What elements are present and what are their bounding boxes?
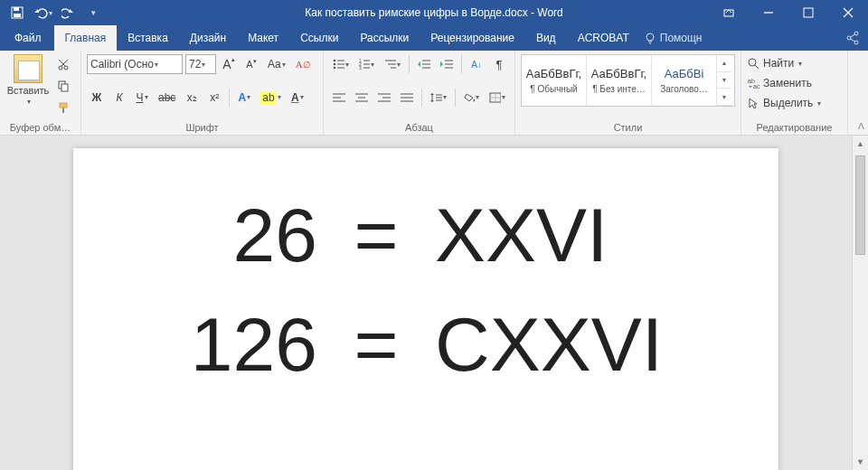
find-label: Найти [763,57,794,70]
style-normal-sample: АаБбВвГг, [526,67,581,80]
lightbulb-icon [644,32,656,44]
doc-r2-rom: CXXVI [435,301,724,389]
font-color-button[interactable]: A▾ [288,88,307,108]
scroll-thumb[interactable] [855,155,865,255]
bold-label: Ж [92,91,102,104]
increase-indent-button[interactable] [437,54,457,74]
bold-button[interactable]: Ж [87,88,107,108]
svg-line-15 [851,39,855,42]
style-normal-name: ¶ Обычный [530,84,577,94]
underline-button[interactable]: Ч▾ [132,88,152,108]
collapse-ribbon-button[interactable]: ᐱ [858,121,864,131]
align-left-icon [333,92,345,103]
paste-icon [14,54,42,83]
find-button[interactable]: Найти▾ [747,54,842,72]
group-paragraph-label: Абзац [329,120,509,133]
format-painter-button[interactable] [53,98,73,118]
style-no-spacing[interactable]: АаБбВвГг, ¶ Без инте… [587,55,652,106]
bucket-icon [464,92,476,103]
show-marks-button[interactable]: ¶ [489,54,509,74]
font-name-select[interactable]: Calibri (Осно▾ [87,54,183,74]
shrink-font-button[interactable]: A▾ [241,54,261,74]
change-case-button[interactable]: Aa▾ [264,54,289,74]
share-button[interactable] [844,25,861,51]
grow-font-button[interactable]: A▴ [219,54,239,74]
scroll-up-button[interactable]: ▲ [853,136,868,152]
tell-me[interactable]: Помощн [644,25,703,51]
shading-button[interactable]: ▾ [460,88,484,108]
align-center-button[interactable] [352,88,372,108]
group-clipboard-label: Буфер обм… [5,120,75,133]
superscript-label: x² [210,91,219,104]
paste-button[interactable]: Вставить ▾ [5,54,51,116]
svg-point-61 [473,99,475,101]
svg-point-16 [59,66,62,70]
svg-rect-23 [62,108,64,113]
bullets-button[interactable]: ▾ [329,54,353,74]
change-case-label: Aa [268,58,281,70]
doc-r1-num: 26 [137,192,317,279]
undo-button[interactable]: ▾ [31,2,54,24]
tab-design[interactable]: Дизайн [179,25,237,51]
tab-review[interactable]: Рецензирование [420,25,525,51]
scroll-track[interactable] [853,152,868,454]
highlight-button[interactable]: ab▾ [257,88,284,108]
sort-button[interactable]: A↓ [467,54,486,74]
decrease-indent-button[interactable] [414,54,434,74]
tab-home[interactable]: Главная [54,25,118,51]
superscript-button[interactable]: x² [204,88,224,108]
multilevel-list-button[interactable]: ▾ [381,54,404,74]
doc-r1-rom: XXVI [435,192,724,279]
style-normal[interactable]: АаБбВвГг, ¶ Обычный [522,55,587,106]
select-button[interactable]: Выделить▾ [747,94,842,112]
font-size-select[interactable]: 72▾ [185,54,216,74]
doc-r2-eq: = [317,301,435,389]
paste-label: Вставить [7,85,50,96]
tab-view[interactable]: Вид [525,25,567,51]
tab-references[interactable]: Ссылки [289,25,349,51]
ribbon-display-options-button[interactable] [709,0,749,25]
styles-gallery-more[interactable]: ▴▾▾ [717,55,731,106]
group-editing: Найти▾ abac Заменить Выделить▾ Редактиро… [741,51,848,135]
tab-layout[interactable]: Макет [237,25,289,51]
styles-gallery[interactable]: АаБбВвГг, ¶ Обычный АаБбВвГг, ¶ Без инте… [521,54,735,107]
copy-button[interactable] [53,76,73,96]
align-right-icon [378,92,391,103]
align-left-button[interactable] [329,88,349,108]
italic-button[interactable]: К [109,88,129,108]
numbering-button[interactable]: 123▾ [355,54,379,74]
tab-mailings[interactable]: Рассылки [349,25,420,51]
customize-qat-button[interactable]: ▾ [81,2,105,24]
cut-button[interactable] [53,54,73,74]
text-effects-button[interactable]: A▾ [234,88,254,108]
strikethrough-button[interactable]: abc [155,88,179,108]
justify-button[interactable] [397,88,417,108]
redo-button[interactable] [56,2,80,24]
group-paragraph: ▾ 123▾ ▾ A↓ ¶ ▾ ▾ ▾ Абзац [324,51,515,135]
minimize-button[interactable] [749,0,788,25]
tab-insert[interactable]: Вставка [117,25,179,51]
svg-point-17 [64,66,68,70]
clear-formatting-button[interactable]: A∅ [292,54,315,74]
align-right-button[interactable] [374,88,394,108]
group-editing-label: Редактирование [747,120,842,133]
replace-button[interactable]: abac Заменить [747,74,842,92]
restore-button[interactable] [788,0,828,25]
group-font-label: Шрифт [87,120,317,133]
vertical-scrollbar[interactable]: ▲ ▼ [852,136,868,470]
borders-button[interactable]: ▾ [486,88,509,108]
subscript-button[interactable]: x₂ [182,88,202,108]
close-button[interactable] [828,0,868,25]
page[interactable]: 26 = XXVI 126 = CXXVI [73,148,778,470]
group-styles-label: Стили [521,120,735,133]
line-spacing-button[interactable]: ▾ [427,88,450,108]
save-button[interactable] [5,2,29,24]
document-area: 26 = XXVI 126 = CXXVI ▲ ▼ [0,136,868,470]
copy-icon [57,80,70,92]
tab-file[interactable]: Файл [2,25,54,51]
ribbon: Вставить ▾ Буфер обм… Calibri (Осно▾ 72▾… [0,51,868,136]
tab-acrobat[interactable]: ACROBAT [567,25,640,51]
scroll-down-button[interactable]: ▼ [853,454,868,470]
style-heading1[interactable]: АаБбВі Заголово… [652,55,717,106]
svg-line-66 [755,65,759,69]
